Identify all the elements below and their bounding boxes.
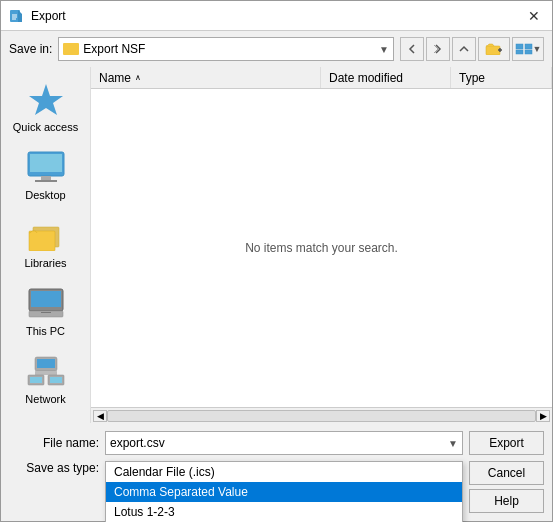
sort-indicator: ∧ [135, 73, 141, 82]
view-icon [515, 43, 533, 55]
right-buttons-col: Export [469, 431, 544, 455]
view-dropdown-arrow: ▼ [533, 44, 542, 54]
file-name-input[interactable]: export.csv ▼ [105, 431, 463, 455]
export-title-icon [9, 8, 25, 24]
col-header-date[interactable]: Date modified [321, 67, 451, 88]
network-icon [26, 353, 66, 389]
svg-marker-12 [29, 84, 63, 115]
new-folder-icon [485, 43, 503, 55]
back-icon [406, 43, 418, 55]
file-pane: Name ∧ Date modified Type No items match… [91, 67, 552, 423]
dropdown-item-ics[interactable]: Calendar File (.ics) [106, 462, 462, 482]
title-bar-left: Export [9, 8, 66, 24]
col-header-name[interactable]: Name ∧ [91, 67, 321, 88]
sidebar-item-network[interactable]: Network [6, 347, 86, 411]
dropdown-item-csv[interactable]: Comma Separated Value [106, 482, 462, 502]
svg-rect-10 [516, 50, 523, 54]
horizontal-scrollbar[interactable] [107, 410, 536, 422]
save-in-label: Save in: [9, 42, 52, 56]
back-button[interactable] [400, 37, 424, 61]
svg-rect-20 [31, 291, 61, 307]
export-button[interactable]: Export [469, 431, 544, 455]
libraries-icon [26, 217, 66, 253]
svg-rect-14 [30, 154, 62, 172]
svg-rect-24 [37, 359, 55, 368]
folder-name: Export NSF [83, 42, 375, 56]
svg-rect-16 [35, 180, 57, 182]
svg-rect-29 [50, 377, 62, 383]
this-pc-icon [26, 285, 66, 321]
up-icon [458, 43, 470, 55]
file-name-value: export.csv [110, 436, 444, 450]
svg-rect-25 [35, 371, 57, 375]
main-area: Quick access Desktop [1, 67, 552, 423]
sidebar-item-this-pc[interactable]: This PC [6, 279, 86, 343]
sidebar-item-label: Network [25, 393, 65, 405]
save-as-type-label: Save as type: [9, 461, 99, 475]
filename-row: File name: export.csv ▼ Export [9, 431, 544, 455]
sidebar-item-desktop[interactable]: Desktop [6, 143, 86, 207]
forward-icon [432, 43, 444, 55]
toolbar-row: Save in: Export NSF ▼ [1, 31, 552, 67]
svg-rect-15 [41, 176, 51, 180]
close-button[interactable]: ✕ [524, 6, 544, 26]
svg-rect-18 [29, 231, 55, 251]
scroll-right-button[interactable]: ▶ [536, 410, 550, 422]
saveas-dropdown-container: Comma Separated Value ▼ Calendar File (.… [105, 461, 463, 485]
sidebar-item-libraries[interactable]: Libraries [6, 211, 86, 275]
svg-rect-22 [41, 312, 51, 313]
file-name-label: File name: [9, 436, 99, 450]
cancel-button[interactable]: Cancel [469, 461, 544, 485]
sidebar: Quick access Desktop [1, 67, 91, 423]
file-dropdown-arrow: ▼ [448, 438, 458, 449]
dropdown-item-lotus[interactable]: Lotus 1-2-3 [106, 502, 462, 522]
quick-access-icon [26, 81, 66, 117]
up-button[interactable] [452, 37, 476, 61]
no-items-message: No items match your search. [245, 241, 398, 255]
help-button[interactable]: Help [469, 489, 544, 513]
svg-rect-21 [29, 311, 63, 317]
nav-buttons: ▼ [400, 37, 544, 61]
desktop-icon [26, 149, 66, 185]
new-folder-button[interactable] [478, 37, 510, 61]
saveas-row: Save as type: Comma Separated Value ▼ Ca… [9, 461, 544, 513]
sidebar-item-label: Desktop [25, 189, 65, 201]
save-type-dropdown-list: Calendar File (.ics) Comma Separated Val… [105, 461, 463, 522]
svg-rect-5 [486, 46, 500, 55]
svg-rect-11 [525, 50, 532, 54]
right-buttons-col2: Cancel Help [469, 461, 544, 513]
svg-rect-8 [516, 44, 523, 49]
sidebar-item-label: This PC [26, 325, 65, 337]
col-header-type[interactable]: Type [451, 67, 552, 88]
dropdown-arrow-icon: ▼ [379, 44, 389, 55]
forward-button[interactable] [426, 37, 450, 61]
svg-rect-28 [30, 377, 42, 383]
title-bar: Export ✕ [1, 1, 552, 31]
sidebar-item-label: Libraries [24, 257, 66, 269]
scroll-left-button[interactable]: ◀ [93, 410, 107, 422]
bottom-form: File name: export.csv ▼ Export Save as t… [1, 423, 552, 521]
file-column-headers: Name ∧ Date modified Type [91, 67, 552, 89]
sidebar-item-label: Quick access [13, 121, 78, 133]
folder-icon [63, 43, 79, 55]
horizontal-scrollbar-row: ◀ ▶ [91, 407, 552, 423]
save-in-dropdown[interactable]: Export NSF ▼ [58, 37, 394, 61]
dialog-title: Export [31, 9, 66, 23]
export-dialog: Export ✕ Save in: Export NSF ▼ [0, 0, 553, 522]
svg-rect-9 [525, 44, 532, 49]
sidebar-item-quick-access[interactable]: Quick access [6, 75, 86, 139]
file-content-area: No items match your search. [91, 89, 552, 407]
view-button[interactable]: ▼ [512, 37, 544, 61]
